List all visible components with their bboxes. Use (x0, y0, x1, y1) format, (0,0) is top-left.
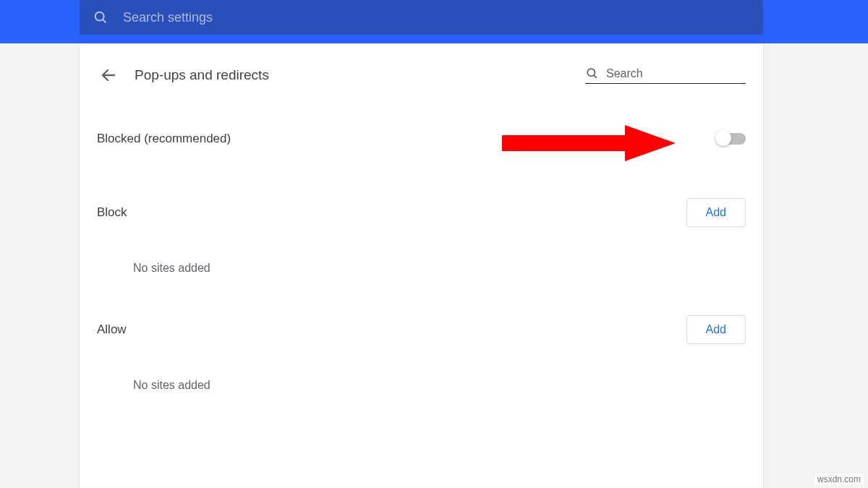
search-icon (585, 67, 599, 80)
block-empty-message: No sites added (97, 262, 746, 275)
back-button[interactable] (97, 64, 120, 87)
inline-search[interactable] (585, 67, 746, 84)
toggle-knob (715, 130, 731, 146)
allow-section: Allow Add No sites added (97, 315, 746, 392)
svg-point-3 (587, 69, 595, 76)
blocked-toggle-row: Blocked (recommended) (97, 130, 746, 146)
blocked-toggle-label: Blocked (recommended) (97, 132, 231, 146)
panel-header: Pop-ups and redirects (97, 64, 746, 87)
allow-empty-message: No sites added (97, 379, 746, 392)
allow-section-title: Allow (97, 322, 127, 337)
svg-point-0 (95, 12, 104, 21)
blocked-toggle[interactable] (717, 133, 746, 145)
top-banner (0, 0, 868, 43)
block-section: Block Add No sites added (97, 198, 746, 275)
search-icon (93, 9, 109, 25)
svg-line-1 (103, 20, 106, 22)
block-add-button[interactable]: Add (686, 198, 746, 227)
watermark: wsxdn.com (814, 474, 864, 485)
block-section-title: Block (97, 205, 127, 220)
global-search-input[interactable] (123, 10, 750, 25)
svg-line-4 (594, 75, 597, 78)
inline-search-input[interactable] (606, 67, 746, 80)
page-title: Pop-ups and redirects (135, 67, 269, 83)
settings-panel: Pop-ups and redirects Blocked (recommend… (80, 43, 763, 488)
allow-add-button[interactable]: Add (686, 315, 746, 344)
global-search-bar[interactable] (80, 0, 763, 35)
